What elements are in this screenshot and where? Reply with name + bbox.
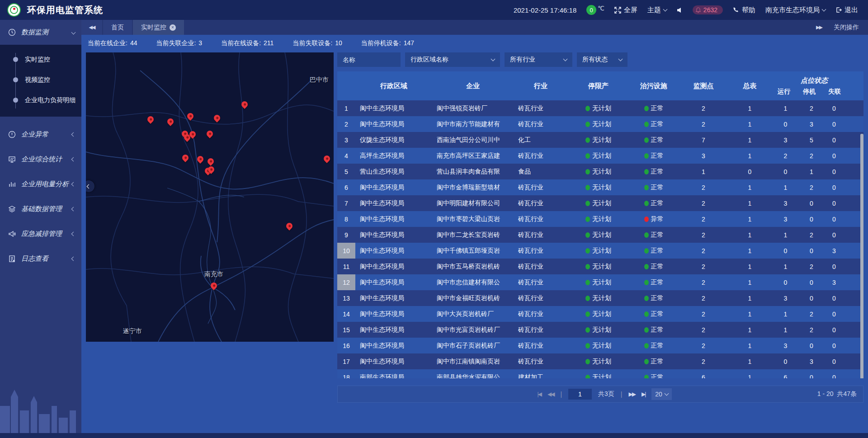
theme-dropdown[interactable]: 主题 (647, 6, 667, 14)
status-dot-icon (585, 343, 590, 349)
table-scrollbar[interactable] (860, 134, 863, 378)
sidebar-item-power-analysis[interactable]: 企业用电量分析 (0, 172, 81, 197)
double-chevron-left-icon: ◀◀ (89, 24, 95, 30)
region-filter-select[interactable]: 行政区域名称 (405, 52, 500, 67)
status-dot-icon (585, 311, 590, 317)
table-row[interactable]: 7 阆中生态环境局 阆中明阳建材有限公司 砖瓦行业 无计划 正常 2 1 3 0… (337, 195, 863, 211)
page-number-input[interactable]: 1 (568, 389, 592, 400)
stats-bar: 当前在线企业:44 当前失联企业:3 当前在线设备:211 当前失联设备:10 … (81, 35, 868, 51)
fullscreen-icon (614, 7, 621, 14)
fullscreen-button[interactable]: 全屏 (614, 6, 637, 14)
chevron-left-icon (71, 232, 76, 236)
status-dot-icon (644, 201, 649, 206)
table-row[interactable]: 15 阆中生态环境局 阆中市光富页岩机砖厂 砖瓦行业 无计划 正常 2 1 1 … (337, 322, 863, 338)
help-button[interactable]: 帮助 (733, 6, 755, 14)
sidebar-item-realtime-monitor[interactable]: 实时监控 (0, 49, 81, 70)
filter-bar: 行政区域名称 所有行业 所有状态 (337, 52, 863, 67)
sidebar-item-enterprise-stats[interactable]: 企业综合统计 (0, 147, 81, 172)
status-dot-icon (585, 201, 590, 206)
content-area: ◀◀ 首页 实时监控 × ▶▶ 关闭操作 当前在线企业:44 当前失联企业:3 … (81, 20, 868, 433)
stat-offline-enterprises: 当前失联企业:3 (156, 39, 202, 47)
table-row[interactable]: 6 阆中生态环境局 阆中市金博瑞新型墙材 砖瓦行业 无计划 正常 2 1 1 2… (337, 179, 863, 195)
sidebar-item-enterprise-abnormal[interactable]: 企业异常 (0, 122, 81, 147)
sidebar: 数据监测 实时监控 视频监控 企业电力负荷明细 企业异常 企业综合统计 企业用电… (0, 20, 81, 433)
pagination-divider: | (621, 391, 623, 398)
table-row[interactable]: 5 营山生态环境局 营山县润丰肉食品有限 食品 无计划 正常 1 0 0 1 0 (337, 164, 863, 179)
table-row[interactable]: 12 阆中生态环境局 阆中市忠信建材有限公 砖瓦行业 无计划 正常 2 1 0 … (337, 274, 863, 290)
status-dot-icon (585, 122, 590, 127)
stat-offline-devices: 当前失联设备:10 (292, 39, 342, 47)
sidebar-item-data-monitor[interactable]: 数据监测 (0, 20, 81, 45)
table-row[interactable]: 11 阆中生态环境局 阆中市五马桥页岩机砖 砖瓦行业 无计划 正常 2 1 1 … (337, 259, 863, 274)
map-canvas[interactable]: 巴中市 南充市 遂宁市 (86, 52, 334, 342)
status-dot-icon (585, 248, 590, 254)
status-dot-icon (585, 359, 590, 364)
board-icon (8, 155, 16, 163)
last-page-button[interactable]: ▶| (642, 391, 645, 397)
bottom-strip (0, 433, 868, 438)
sidebar-item-power-load-detail[interactable]: 企业电力负荷明细 (0, 90, 81, 110)
close-operations-dropdown[interactable]: 关闭操作 (834, 24, 859, 32)
table-row[interactable]: 1 阆中生态环境局 阆中强锐页岩砖厂 砖瓦行业 无计划 正常 2 1 1 2 0 (337, 100, 863, 116)
chevron-left-icon (71, 207, 76, 212)
first-page-button[interactable]: |◀ (538, 391, 541, 397)
status-dot-icon (644, 375, 649, 379)
total-pages-label: 共3页 (598, 390, 614, 398)
table-row[interactable]: 14 阆中生态环境局 阆中大兴页岩机砖厂 砖瓦行业 无计划 正常 2 1 1 2… (337, 306, 863, 322)
tabs-scroll-left-button[interactable]: ◀◀ (81, 20, 102, 35)
name-filter[interactable] (337, 52, 401, 67)
sidebar-item-emergency-reduction[interactable]: 应急减排管理 (0, 221, 81, 246)
map-city-label: 遂宁市 (123, 327, 142, 335)
phone-icon (733, 7, 739, 13)
name-filter-input[interactable] (343, 56, 395, 63)
notification-badge[interactable]: 2632 (693, 5, 723, 14)
sidebar-item-video-monitor[interactable]: 视频监控 (0, 70, 81, 90)
tab-home[interactable]: 首页 (103, 20, 132, 35)
table-row[interactable]: 4 高坪生态环境局 南充市高坪区王家店建 砖瓦行业 无计划 正常 3 1 2 2… (337, 148, 863, 164)
app-title: 环保用电监管系统 (27, 4, 103, 16)
megaphone-icon (8, 230, 16, 238)
sidebar-item-log-view[interactable]: 日志查看 (0, 246, 81, 271)
table-row[interactable]: 3 仪陇生态环境局 西南油气田分公司川中 化工 无计划 正常 7 1 3 5 0 (337, 132, 863, 148)
layers-icon (8, 205, 16, 213)
stat-stopped-devices: 当前停机设备:147 (361, 39, 414, 47)
org-dropdown[interactable]: 南充市生态环境局 (765, 6, 826, 14)
table-row[interactable]: 8 阆中生态环境局 阆中市枣碧大梁山页岩 砖瓦行业 无计划 异常 2 1 3 0… (337, 211, 863, 227)
next-page-button[interactable]: ▶▶ (628, 391, 635, 397)
tab-close-icon[interactable]: × (170, 24, 176, 31)
tabs-scroll-right-button[interactable]: ▶▶ (816, 24, 822, 30)
status-dot-icon (585, 185, 590, 190)
table-row[interactable]: 13 阆中生态环境局 阆中市金福旺页岩机砖 砖瓦行业 无计划 正常 2 1 3 … (337, 290, 863, 306)
status-dot-icon (585, 153, 590, 159)
chevron-down-icon (491, 57, 495, 61)
chevron-down-icon (563, 57, 568, 61)
bar-chart-icon (8, 180, 16, 188)
sidebar-item-base-data[interactable]: 基础数据管理 (0, 197, 81, 221)
table-row[interactable]: 9 阆中生态环境局 阆中市二龙长宝页岩砖 砖瓦行业 无计划 正常 2 1 1 2… (337, 227, 863, 243)
column-header-lost: 失联 (822, 88, 847, 96)
table-row[interactable]: 17 阆中生态环境局 阆中市江南镇阆南页岩 砖瓦行业 无计划 正常 2 1 0 … (337, 353, 863, 369)
table-row[interactable]: 2 阆中生态环境局 阆中市南方节能建材有 砖瓦行业 无计划 正常 2 1 0 3… (337, 116, 863, 132)
tab-bar: ◀◀ 首页 实时监控 × ▶▶ 关闭操作 (81, 20, 868, 35)
prev-page-button[interactable]: ◀◀ (547, 391, 554, 397)
tab-realtime-monitor[interactable]: 实时监控 × (133, 20, 184, 35)
status-dot-icon (585, 217, 590, 222)
pagination-bar: |◀ ◀◀ | 1 共3页 | ▶▶ ▶| 20 1 - 20 共47条 (337, 386, 863, 403)
industry-filter-select[interactable]: 所有行业 (505, 52, 572, 67)
chevron-down-icon (663, 7, 667, 12)
status-filter-select[interactable]: 所有状态 (577, 52, 627, 67)
table-row[interactable]: 16 阆中生态环境局 阆中市石子页岩机砖厂 砖瓦行业 无计划 正常 2 1 3 … (337, 338, 863, 353)
status-dot-icon (644, 311, 649, 317)
table-row[interactable]: 18 南部生态环境局 南部县雄华水泥有限公 建材加工 无计划 正常 6 1 6 … (337, 369, 863, 378)
column-group-label: 点位状态 (771, 76, 857, 85)
status-dot-icon (585, 280, 590, 285)
status-dot-icon (644, 343, 649, 349)
chevron-left-icon (71, 182, 76, 187)
page-size-select[interactable]: 20 (651, 388, 672, 400)
logout-button[interactable]: 退出 (835, 6, 858, 14)
status-dot-icon (585, 169, 590, 174)
status-dot-icon (644, 359, 649, 364)
chevron-left-icon (71, 157, 76, 162)
table-row[interactable]: 10 阆中生态环境局 阆中千佛镇五郎垭页岩 砖瓦行业 无计划 正常 2 1 0 … (337, 243, 863, 259)
mute-button[interactable] (677, 7, 683, 13)
